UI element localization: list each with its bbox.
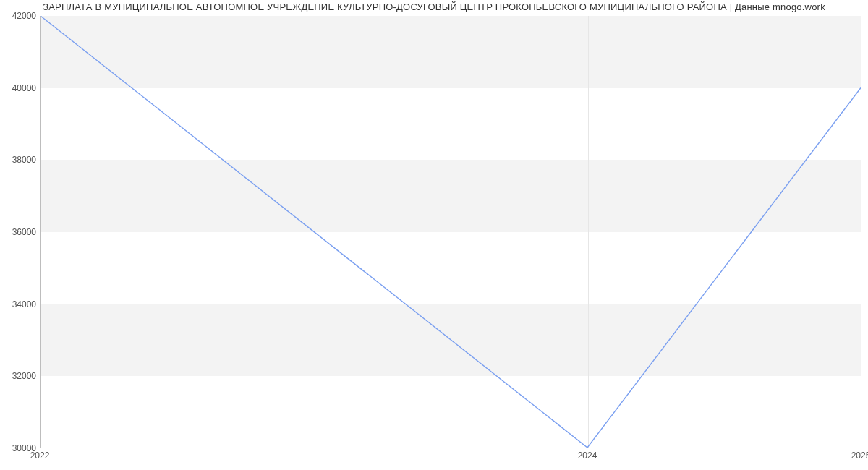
y-tick-label: 34000 bbox=[4, 299, 36, 309]
y-tick-label: 36000 bbox=[4, 227, 36, 237]
y-tick-label: 32000 bbox=[4, 371, 36, 381]
chart-title: ЗАРПЛАТА В МУНИЦИПАЛЬНОЕ АВТОНОМНОЕ УЧРЕ… bbox=[0, 1, 868, 12]
x-gridline bbox=[861, 16, 861, 448]
chart-container: ЗАРПЛАТА В МУНИЦИПАЛЬНОЕ АВТОНОМНОЕ УЧРЕ… bbox=[0, 0, 868, 470]
series-line bbox=[41, 16, 861, 448]
x-tick-label: 2025 bbox=[851, 450, 868, 461]
plot-area bbox=[40, 16, 861, 448]
y-tick-label: 40000 bbox=[4, 83, 36, 93]
x-tick-label: 2024 bbox=[578, 450, 597, 461]
y-tick-label: 38000 bbox=[4, 155, 36, 165]
y-tick-label: 42000 bbox=[4, 11, 36, 21]
x-tick-label: 2022 bbox=[30, 450, 50, 461]
data-line bbox=[41, 16, 861, 448]
